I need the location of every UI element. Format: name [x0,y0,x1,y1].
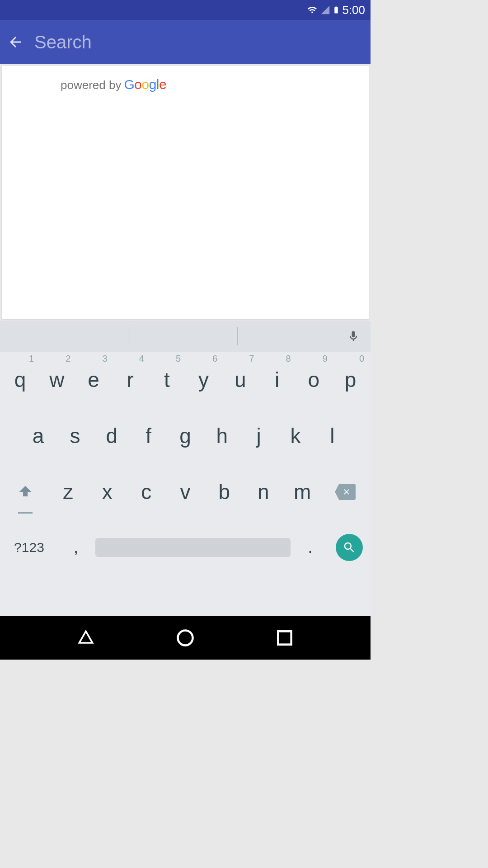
keyboard-row-2: a s d f g h j k l [0,408,371,464]
key-period[interactable]: . [291,520,329,575]
key-x[interactable]: x [88,464,127,520]
back-arrow-icon[interactable] [7,34,23,50]
backspace-icon [335,484,356,500]
key-g[interactable]: g [167,408,203,464]
key-b[interactable]: b [205,464,244,520]
key-q[interactable]: 1q [2,352,38,408]
key-n[interactable]: n [244,464,283,520]
svg-point-0 [178,631,193,646]
key-w[interactable]: 2w [38,352,75,408]
soft-keyboard: 1q 2w 3e 4r 5t 6y 7u 8i 9o 0p a s d f g … [0,321,371,616]
key-z[interactable]: z [49,464,88,520]
suggestion-divider [130,327,130,345]
key-v[interactable]: v [166,464,205,520]
key-f[interactable]: f [130,408,167,464]
key-y[interactable]: 6y [185,352,222,408]
nav-home-icon[interactable] [175,628,195,648]
key-space[interactable] [95,520,291,575]
content-area: powered by Google [0,64,371,321]
nav-back-icon[interactable] [76,628,96,648]
signal-icon [320,5,330,15]
key-symbols[interactable]: ?123 [2,520,56,575]
app-bar [0,20,371,64]
suggestion-divider [237,327,238,345]
key-k[interactable]: k [277,408,314,464]
powered-by-text: powered by [61,78,121,92]
shift-icon [16,483,34,501]
key-h[interactable]: h [204,408,240,464]
key-backspace[interactable] [322,464,369,520]
microphone-icon[interactable] [347,328,360,344]
key-p[interactable]: 0p [332,352,369,408]
key-j[interactable]: j [240,408,277,464]
svg-rect-1 [278,631,291,644]
nav-recent-icon[interactable] [275,628,295,648]
key-a[interactable]: a [20,408,56,464]
status-icons: 5:00 [306,3,365,17]
keyboard-row-4: ?123 , . [0,520,371,575]
keyboard-row-3: z x c v b n m [0,464,371,520]
key-i[interactable]: 8i [258,352,295,408]
key-m[interactable]: m [283,464,322,520]
key-e[interactable]: 3e [75,352,112,408]
search-action-icon [336,534,363,561]
key-s[interactable]: s [56,408,93,464]
wifi-icon [306,5,319,15]
key-shift[interactable] [2,464,49,520]
navigation-bar [0,616,371,660]
key-l[interactable]: l [314,408,351,464]
status-time: 5:00 [342,3,365,17]
status-bar: 5:00 [0,0,371,20]
key-u[interactable]: 7u [222,352,258,408]
key-d[interactable]: d [94,408,130,464]
key-c[interactable]: c [127,464,165,520]
key-search-action[interactable] [330,520,369,575]
key-r[interactable]: 4r [112,352,149,408]
keyboard-row-1: 1q 2w 3e 4r 5t 6y 7u 8i 9o 0p [0,352,371,408]
result-card: powered by Google [2,66,369,319]
suggestion-bar [0,321,371,352]
key-comma[interactable]: , [56,520,95,575]
search-input[interactable] [34,32,363,52]
powered-by-attribution: powered by Google [61,77,310,92]
google-logo: Google [124,77,166,92]
key-t[interactable]: 5t [149,352,185,408]
key-o[interactable]: 9o [296,352,332,408]
battery-icon [332,4,340,16]
